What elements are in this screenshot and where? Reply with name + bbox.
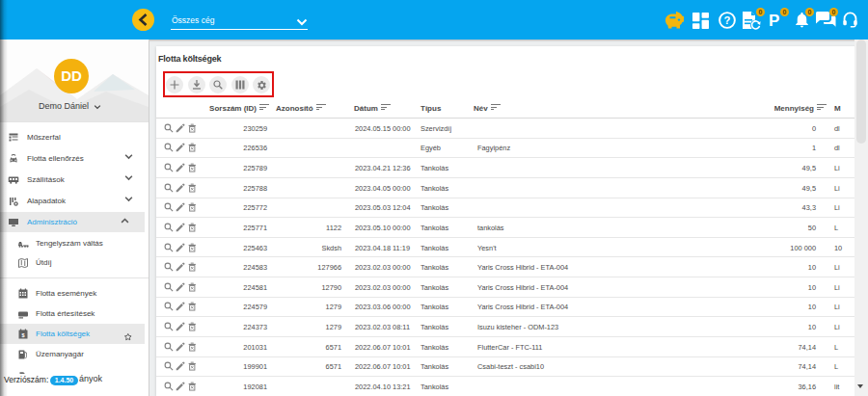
svg-text:?: ? xyxy=(724,14,731,26)
svg-text:$: $ xyxy=(21,331,24,337)
